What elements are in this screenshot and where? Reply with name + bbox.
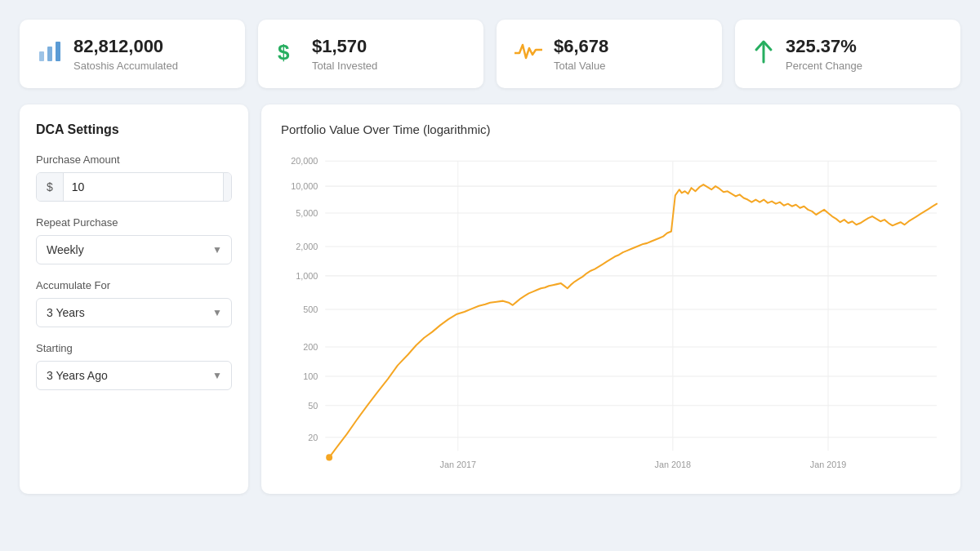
settings-panel: DCA Settings Purchase Amount $ .00 Repea…: [20, 104, 248, 494]
percent-label: Percent Change: [786, 60, 862, 72]
bottom-section: DCA Settings Purchase Amount $ .00 Repea…: [20, 104, 960, 494]
svg-text:500: 500: [303, 304, 318, 314]
total-value-value: $6,678: [554, 36, 608, 57]
satoshis-card: 82,812,000 Satoshis Accumulated: [20, 20, 245, 88]
satoshis-content: 82,812,000 Satoshis Accumulated: [74, 36, 178, 72]
purchase-amount-input[interactable]: [64, 173, 223, 201]
svg-text:$: $: [278, 40, 290, 64]
chart-container: 20,000 10,000 5,000 2,000 1,000 500 200 …: [281, 149, 941, 476]
svg-text:20: 20: [308, 433, 318, 442]
invested-label: Total Invested: [312, 60, 377, 72]
svg-text:50: 50: [308, 401, 318, 411]
svg-rect-2: [56, 42, 60, 61]
svg-text:Jan 2019: Jan 2019: [810, 460, 847, 469]
purchase-amount-label: Purchase Amount: [36, 153, 232, 166]
repeat-purchase-label: Repeat Purchase: [36, 216, 232, 229]
invested-card: $ $1,570 Total Invested: [258, 20, 483, 88]
repeat-purchase-group: Repeat Purchase Weekly Daily Monthly ▼: [36, 216, 232, 264]
invested-value: $1,570: [312, 36, 377, 57]
bars-icon: [38, 40, 62, 69]
settings-title: DCA Settings: [36, 122, 232, 137]
accumulate-select-wrapper: 3 Years 1 Year 2 Years 5 Years ▼: [36, 298, 232, 327]
starting-select[interactable]: 3 Years Ago 1 Year Ago 2 Years Ago 5 Yea…: [36, 361, 232, 390]
svg-text:1,000: 1,000: [296, 271, 318, 281]
purchase-amount-input-wrapper: $ .00: [36, 172, 232, 202]
svg-rect-1: [47, 47, 52, 61]
repeat-purchase-select[interactable]: Weekly Daily Monthly: [36, 235, 232, 264]
starting-select-wrapper: 3 Years Ago 1 Year Ago 2 Years Ago 5 Yea…: [36, 361, 232, 390]
chart-panel: Portfolio Value Over Time (logarithmic) …: [261, 104, 960, 494]
satoshis-value: 82,812,000: [74, 36, 178, 57]
accumulate-label: Accumulate For: [36, 279, 232, 291]
purchase-amount-prefix: $: [37, 173, 64, 201]
percent-card: 325.37% Percent Change: [735, 20, 960, 88]
svg-text:Jan 2018: Jan 2018: [655, 460, 692, 469]
svg-text:100: 100: [303, 371, 318, 381]
portfolio-line: [329, 184, 937, 457]
pulse-icon: [514, 41, 542, 67]
starting-group: Starting 3 Years Ago 1 Year Ago 2 Years …: [36, 342, 232, 390]
svg-text:20,000: 20,000: [291, 157, 318, 167]
svg-text:2,000: 2,000: [296, 242, 318, 251]
arrow-up-icon: [753, 39, 774, 69]
repeat-purchase-select-wrapper: Weekly Daily Monthly ▼: [36, 235, 232, 264]
total-value-content: $6,678 Total Value: [554, 36, 608, 72]
stat-cards: 82,812,000 Satoshis Accumulated $ $1,570…: [20, 20, 960, 88]
chart-svg: 20,000 10,000 5,000 2,000 1,000 500 200 …: [281, 149, 941, 476]
purchase-amount-group: Purchase Amount $ .00: [36, 153, 232, 202]
svg-text:200: 200: [303, 342, 318, 352]
chart-title: Portfolio Value Over Time (logarithmic): [281, 122, 941, 136]
purchase-amount-suffix: .00: [223, 173, 232, 201]
chart-start-dot: [326, 455, 332, 461]
svg-rect-0: [39, 51, 44, 61]
dollar-icon: $: [276, 39, 301, 69]
accumulate-for-group: Accumulate For 3 Years 1 Year 2 Years 5 …: [36, 279, 232, 327]
svg-text:Jan 2017: Jan 2017: [440, 460, 477, 469]
svg-text:10,000: 10,000: [291, 181, 318, 191]
total-value-label: Total Value: [554, 60, 608, 72]
svg-text:5,000: 5,000: [296, 208, 318, 218]
percent-value: 325.37%: [786, 36, 862, 57]
satoshis-label: Satoshis Accumulated: [74, 60, 178, 72]
percent-content: 325.37% Percent Change: [786, 36, 862, 72]
accumulate-select[interactable]: 3 Years 1 Year 2 Years 5 Years: [36, 298, 232, 327]
starting-label: Starting: [36, 342, 232, 354]
total-value-card: $6,678 Total Value: [497, 20, 722, 88]
invested-content: $1,570 Total Invested: [312, 36, 377, 72]
